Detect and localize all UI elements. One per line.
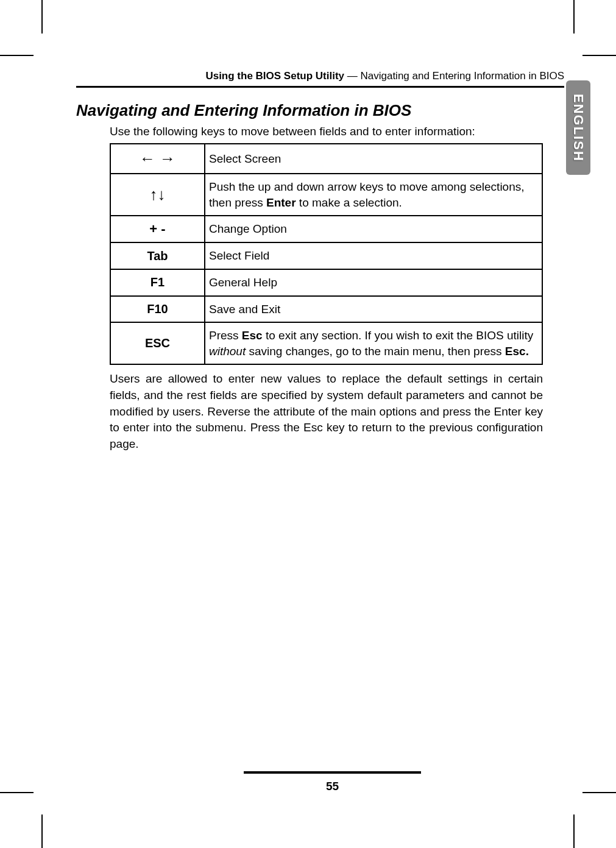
running-header: Using the BIOS Setup Utility — Navigatin… — [76, 70, 564, 88]
key-cell: + - — [110, 216, 205, 242]
key-shortcuts-table: ← →Select Screen↑↓Push the up and down a… — [110, 143, 543, 365]
language-tab-text: ENGLISH — [570, 94, 586, 162]
key-label: F1 — [150, 275, 165, 289]
table-row: ← →Select Screen — [110, 144, 542, 174]
table-row: ESCPress Esc to exit any section. If you… — [110, 322, 542, 364]
table-row: F10Save and Exit — [110, 296, 542, 323]
description-cell: Change Option — [205, 216, 542, 242]
table-row: + -Change Option — [110, 216, 542, 242]
intro-text: Use the following keys to move between f… — [110, 125, 564, 138]
key-cell: ↑↓ — [110, 174, 205, 216]
key-cell: ← → — [110, 144, 205, 174]
page-footer: 55 — [152, 771, 512, 793]
header-rest: — Navigating and Entering Information in… — [344, 70, 564, 82]
key-cell: Tab — [110, 242, 205, 269]
key-label: ↑↓ — [150, 185, 166, 203]
footer-divider — [244, 771, 421, 774]
key-label: + - — [149, 221, 165, 236]
key-label: F10 — [147, 302, 168, 316]
description-cell: Save and Exit — [205, 296, 542, 323]
key-cell: F10 — [110, 296, 205, 323]
key-label: ← → — [140, 149, 175, 168]
page-number: 55 — [152, 780, 512, 793]
language-tab: ENGLISH — [566, 80, 590, 175]
description-cell: Press Esc to exit any section. If you wi… — [205, 322, 542, 364]
key-cell: ESC — [110, 322, 205, 364]
description-cell: General Help — [205, 269, 542, 296]
description-cell: Push the up and down arrow keys to move … — [205, 174, 542, 216]
table-row: ↑↓Push the up and down arrow keys to mov… — [110, 174, 542, 216]
body-paragraph: Users are allowed to enter new values to… — [110, 371, 543, 452]
key-label: Tab — [147, 249, 168, 263]
description-cell: Select Field — [205, 242, 542, 269]
key-label: ESC — [145, 336, 170, 350]
table-row: F1General Help — [110, 269, 542, 296]
header-bold: Using the BIOS Setup Utility — [205, 70, 344, 82]
page-content: Using the BIOS Setup Utility — Navigatin… — [76, 70, 564, 793]
section-title: Navigating and Entering Information in B… — [76, 101, 564, 120]
key-cell: F1 — [110, 269, 205, 296]
table-row: TabSelect Field — [110, 242, 542, 269]
description-cell: Select Screen — [205, 144, 542, 174]
